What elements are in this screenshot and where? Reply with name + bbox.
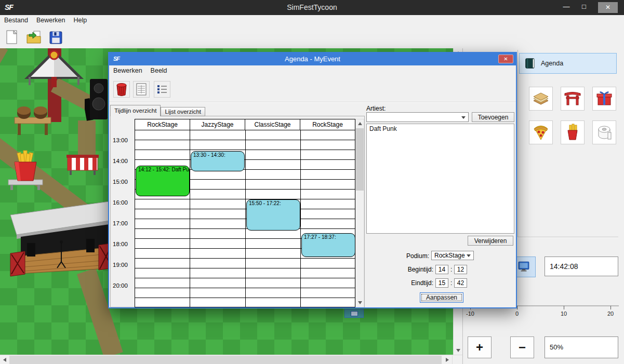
artist-list[interactable]: Daft Punk	[366, 124, 514, 234]
begin-minute-field[interactable]	[454, 265, 467, 274]
apply-button[interactable]: Aanpassen	[420, 292, 463, 303]
time-separator: :	[450, 266, 452, 273]
list-view-button[interactable]	[154, 81, 170, 98]
main-stage[interactable]	[9, 195, 114, 279]
open-folder-icon	[26, 30, 42, 45]
window-title: SimFestTycoon	[0, 0, 624, 15]
menu-help[interactable]: Help	[69, 15, 91, 26]
new-file-icon	[5, 30, 19, 45]
arrow-up-icon	[358, 120, 362, 125]
menu-bestand[interactable]: Bestand	[0, 15, 32, 26]
time-label: 20:00	[113, 282, 128, 289]
vertical-scroll-thumb[interactable]	[356, 128, 364, 191]
delete-button[interactable]	[113, 81, 130, 98]
tab-bar: Tijdlijn overzicht Lijst overzicht	[110, 105, 205, 116]
shop-item-fries[interactable]	[561, 120, 585, 144]
tile-pictogram-icon	[351, 311, 358, 316]
tab-tijdlijn-overzicht[interactable]: Tijdlijn overzicht	[110, 105, 161, 116]
scroll-left-button[interactable]	[0, 355, 9, 364]
schedule-event[interactable]: 14:12 - 15:42: Daft Punk	[136, 166, 190, 196]
path	[78, 120, 96, 158]
shop-item-sandwich[interactable]	[529, 87, 553, 111]
schedule-event[interactable]: 13:30 - 14:30:	[191, 151, 245, 171]
dialog-menu-beeld[interactable]: Beeld	[147, 65, 171, 76]
begin-hour-field[interactable]	[435, 265, 448, 274]
trash-icon	[115, 83, 128, 97]
artist-label: Artiest:	[366, 105, 386, 112]
market-stall[interactable]	[67, 154, 99, 176]
scroll-down-button[interactable]	[454, 346, 462, 355]
report-icon	[136, 83, 147, 96]
podium-combobox[interactable]: RockStage	[431, 251, 474, 260]
main-menubar: BestandBewerkenHelp	[0, 15, 624, 26]
torii-gate-icon	[563, 89, 582, 108]
close-button[interactable]: ✕	[598, 2, 618, 13]
time-label: 14:00	[113, 157, 128, 165]
begin-time-label: Begintijd:	[388, 266, 433, 273]
clock-display: 14:42:08	[545, 257, 618, 276]
tent[interactable]	[23, 49, 85, 97]
shop-item-torii-gate[interactable]	[561, 87, 585, 111]
artist-combobox[interactable]	[366, 112, 469, 122]
slider-tick	[517, 306, 517, 309]
agenda-list-item[interactable]: Agenda	[519, 53, 617, 74]
time-label: 17:00	[113, 220, 128, 227]
open-file-button[interactable]	[24, 28, 44, 47]
column-header: ClassicStage	[245, 119, 300, 130]
arrow-right-icon	[446, 358, 451, 362]
column-header: RockStage	[300, 119, 355, 130]
artist-list-item[interactable]: Daft Punk	[367, 124, 514, 133]
tab-lijst-overzicht[interactable]: Lijst overzicht	[161, 107, 205, 116]
dialog-title: Agenda - MyEvent	[109, 53, 516, 65]
dialog-menu-bewerken[interactable]: Bewerken	[109, 65, 147, 76]
grid-header: RockStageJazzyStageClassicStageRockStage	[135, 119, 355, 130]
fries-icon	[563, 123, 582, 142]
schedule-event[interactable]: 15:50 - 17:22:	[246, 199, 300, 231]
chevron-down-icon	[461, 116, 466, 119]
new-file-button[interactable]	[2, 28, 22, 47]
main-toolbar	[0, 26, 624, 48]
scroll-down-button[interactable]	[356, 299, 364, 307]
arrow-left-icon	[1, 358, 6, 362]
fries-stand[interactable]	[6, 150, 45, 190]
grill-stand[interactable]	[14, 103, 52, 136]
zoom-out-button[interactable]: −	[510, 336, 534, 358]
time-label: 19:00	[113, 261, 128, 268]
agenda-item-label: Agenda	[541, 60, 563, 67]
slider-tick-label: 0	[515, 311, 519, 317]
slider-tick-label: 20	[607, 311, 614, 317]
sandwich-icon	[532, 89, 550, 108]
time-label: 18:00	[113, 240, 128, 248]
maximize-button[interactable]: □	[577, 0, 591, 14]
scroll-up-button[interactable]	[356, 119, 364, 128]
scroll-right-button[interactable]	[443, 355, 452, 364]
dialog-close-button[interactable]: ✕	[498, 55, 513, 63]
menu-bewerken[interactable]: Bewerken	[32, 15, 70, 26]
toilet-paper-icon	[595, 123, 614, 142]
end-minute-field[interactable]	[454, 278, 467, 288]
dialog-content: BewerkenBeeld	[109, 65, 516, 307]
dialog-logo-icon: SF	[113, 56, 120, 62]
add-artist-button[interactable]: Toevoegen	[472, 112, 514, 122]
zoom-value-display: 50%	[545, 336, 618, 358]
pizza-icon	[532, 123, 550, 142]
end-hour-field[interactable]	[435, 278, 448, 288]
horizontal-scroll-thumb[interactable]	[9, 356, 442, 364]
shop-item-toilet-paper[interactable]	[592, 120, 616, 144]
shop-item-gift[interactable]	[592, 87, 616, 111]
schedule-grid[interactable]: 14:12 - 15:42: Daft Punk13:30 - 14:30:15…	[135, 130, 355, 307]
report-view-button[interactable]	[133, 81, 150, 98]
schedule-event[interactable]: 17:27 - 18:37:	[301, 233, 355, 257]
column-header: RockStage	[135, 119, 190, 130]
titlebar: SF SimFestTycoon — □ ✕	[0, 0, 624, 15]
schedule-scrollbar[interactable]	[355, 119, 364, 307]
save-button[interactable]	[46, 28, 65, 47]
chevron-down-icon	[467, 254, 471, 257]
shop-item-pizza[interactable]	[529, 120, 553, 144]
slider-tick	[564, 306, 564, 309]
minimize-button[interactable]: —	[560, 0, 573, 14]
zoom-in-button[interactable]: +	[468, 336, 492, 358]
end-time-label: Eindtijd:	[388, 279, 433, 287]
map-horizontal-scrollbar[interactable]	[0, 355, 462, 364]
remove-artist-button[interactable]: Verwijderen	[468, 236, 513, 246]
